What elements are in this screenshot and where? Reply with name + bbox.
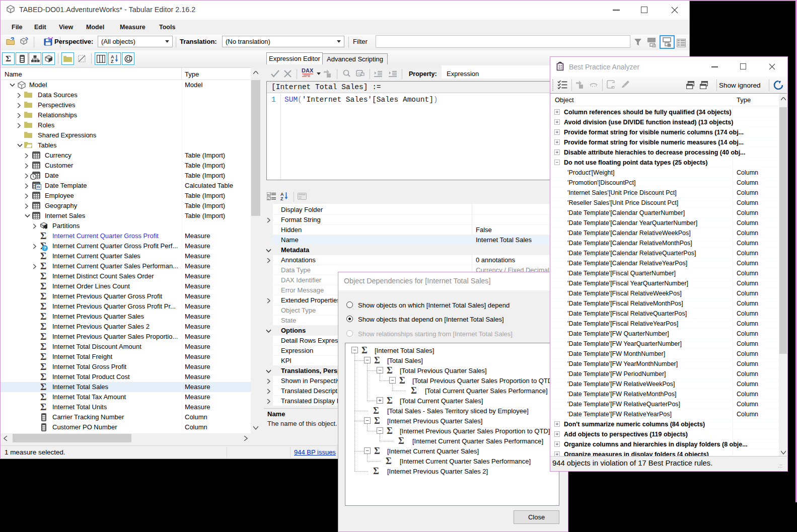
svg-text:G: G xyxy=(357,72,360,75)
